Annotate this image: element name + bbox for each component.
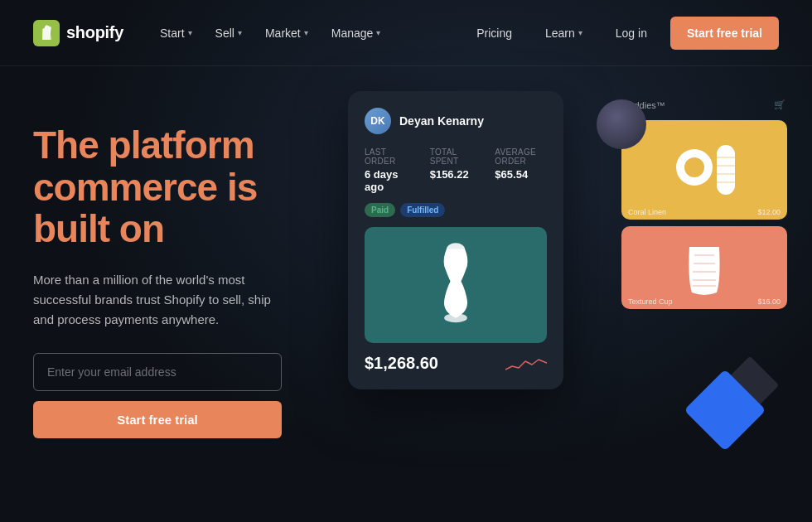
product-name-textured-cup: Textured Cup: [628, 297, 673, 306]
product-name-coral-linen: Coral Linen: [628, 208, 666, 216]
nav-links: Start ▾ Sell ▾ Market ▾ Manage ▾: [150, 20, 466, 46]
nav-item-sell[interactable]: Sell ▾: [205, 20, 252, 46]
fulfilled-badge: Fulfilled: [400, 203, 445, 217]
hero-right: DK Deyan Kenarny Last order 6 days ago T…: [348, 116, 779, 472]
shopify-logo-icon: [33, 20, 60, 46]
navigation: shopify Start ▾ Sell ▾ Market ▾ Manage ▾…: [0, 0, 812, 66]
logo-text: shopify: [66, 23, 123, 42]
product-image-cup: [671, 234, 737, 301]
product-card-peach-bg: [621, 226, 787, 309]
total-amount: $1,268.60: [365, 354, 438, 373]
svg-point-4: [684, 157, 704, 177]
stat-total-spent-label: Total spent: [430, 147, 482, 166]
nav-item-manage[interactable]: Manage ▾: [321, 20, 391, 46]
customer-name: Deyan Kenarny: [399, 114, 484, 128]
stat-last-order: Last order 6 days ago: [365, 147, 417, 193]
analytics-card: DK Deyan Kenarny Last order 6 days ago T…: [348, 91, 563, 389]
buddies-header: Buddies™ 🛒: [621, 99, 787, 110]
paid-badge: Paid: [365, 203, 395, 217]
analytics-footer: $1,268.60: [365, 353, 547, 373]
stat-avg-order: Average order $65.54: [495, 147, 547, 193]
stat-total-spent-value: $156.22: [430, 168, 482, 181]
hero-left: The platform commerce is built on More t…: [33, 116, 331, 472]
nav-item-market[interactable]: Market ▾: [255, 20, 318, 46]
product-card-yellow-bg: [621, 120, 787, 220]
email-input[interactable]: [33, 353, 282, 391]
chevron-down-icon: ▾: [376, 28, 380, 37]
vase-product-image: [427, 235, 485, 335]
logo[interactable]: shopify: [33, 20, 123, 46]
sparkline-chart: [505, 353, 547, 373]
hero-subtext: More than a million of the world's most …: [33, 270, 273, 330]
product-image-area: [365, 227, 547, 343]
avatar: DK: [365, 108, 391, 134]
product-card-textured-cup[interactable]: Textured Cup $16.00: [621, 226, 787, 309]
nav-pricing-link[interactable]: Pricing: [466, 20, 522, 46]
analytics-stats: Last order 6 days ago Total spent $156.2…: [365, 147, 547, 193]
product-price-coral-linen: $12.00: [757, 208, 781, 216]
nav-right: Pricing Learn ▾ Log in Start free trial: [466, 17, 779, 50]
nav-learn-link[interactable]: Learn ▾: [535, 20, 592, 46]
cart-icon: 🛒: [774, 99, 785, 110]
product-image-vases: [663, 133, 746, 207]
stat-avg-order-label: Average order: [495, 147, 547, 166]
stat-last-order-value: 6 days ago: [365, 168, 417, 193]
analytics-card-header: DK Deyan Kenarny: [365, 108, 547, 134]
chevron-down-icon: ▾: [304, 28, 308, 37]
hero-heading: The platform commerce is built on: [33, 124, 331, 250]
chevron-down-icon: ▾: [238, 28, 242, 37]
product-card-coral-linen[interactable]: Coral Linen $12.00: [621, 120, 787, 220]
nav-item-start[interactable]: Start ▾: [150, 20, 202, 46]
stat-avg-order-value: $65.54: [495, 168, 547, 181]
order-badges: Paid Fulfilled: [365, 203, 547, 217]
svg-point-2: [444, 313, 467, 322]
sphere-decoration: [597, 99, 646, 149]
product-cards-panel: Buddies™ 🛒: [621, 99, 787, 309]
nav-start-trial-button[interactable]: Start free trial: [670, 17, 779, 50]
stat-total-spent: Total spent $156.22: [430, 147, 482, 193]
chevron-down-icon: ▾: [578, 28, 582, 37]
stat-last-order-label: Last order: [365, 147, 417, 166]
svg-rect-5: [717, 145, 735, 195]
hero-start-trial-button[interactable]: Start free trial: [33, 401, 282, 438]
main-content: The platform commerce is built on More t…: [0, 66, 812, 472]
nav-login-link[interactable]: Log in: [606, 20, 657, 46]
chevron-down-icon: ▾: [188, 28, 192, 37]
product-price-textured-cup: $16.00: [757, 297, 781, 306]
